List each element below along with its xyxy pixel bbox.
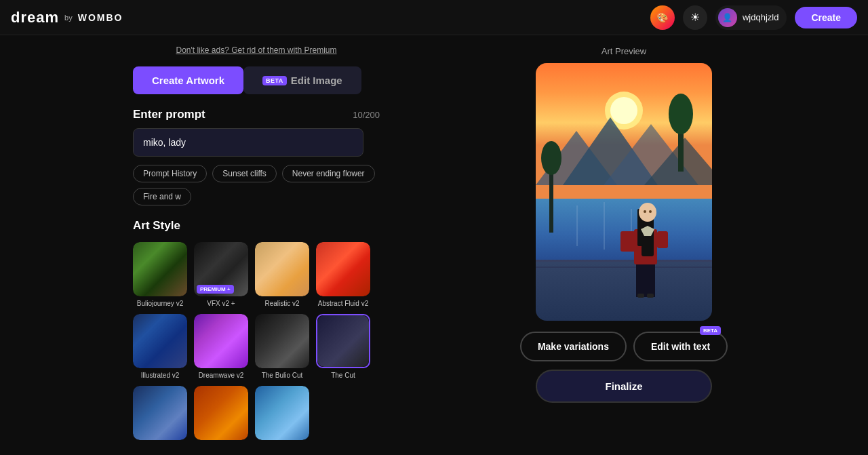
svg-rect-27 <box>647 294 654 298</box>
style-name-illustrated: Illustrated v2 <box>141 372 180 379</box>
style-item-dreamwave[interactable]: Dreamwave v2 <box>194 314 248 379</box>
style-item-vfx[interactable]: PREMIUM + VFX v2 + <box>194 242 248 307</box>
make-variations-button[interactable]: Make variations <box>520 332 627 361</box>
avatar[interactable]: 🎨 <box>650 5 675 30</box>
premium-badge-vfx: PREMIUM + <box>197 285 234 294</box>
action-buttons: Make variations BETA Edit with text <box>520 332 728 361</box>
preview-image <box>536 63 712 321</box>
svg-point-29 <box>541 141 561 175</box>
svg-rect-26 <box>637 294 644 298</box>
style-item-abstract[interactable]: Abstract Fluid v2 <box>316 242 370 307</box>
main-content: Don't like ads? Get rid of them with Pre… <box>0 35 868 455</box>
style-name-bulio-cut: The Bulio Cut <box>262 372 303 379</box>
logo-wombo: WOMBO <box>78 12 123 23</box>
user-avatar-icon: 👤 <box>718 8 737 27</box>
preview-svg <box>536 63 712 321</box>
style-thumb-vfx: PREMIUM + <box>194 242 248 296</box>
svg-rect-13 <box>536 260 712 321</box>
edit-with-text-beta: BETA <box>700 326 721 335</box>
style-name-vfx: VFX v2 + <box>207 300 235 307</box>
style-name-realistic: Realistic v2 <box>264 300 299 307</box>
svg-rect-11 <box>604 202 605 250</box>
style-thumb-dreamwave <box>194 314 248 368</box>
prompt-input[interactable] <box>133 128 363 157</box>
logo-dream: dream <box>11 9 59 26</box>
style-thumb-buliojourney <box>133 242 187 296</box>
svg-rect-19 <box>657 231 668 248</box>
logo-area: dream by WOMBO <box>11 9 123 26</box>
svg-rect-14 <box>536 260 712 262</box>
tab-edit-label: Edit Image <box>291 75 342 86</box>
style-thumb-partial2 <box>194 386 248 440</box>
svg-point-24 <box>649 210 652 213</box>
style-item-realistic[interactable]: Realistic v2 <box>255 242 309 307</box>
style-item-bulio-cut[interactable]: The Bulio Cut <box>255 314 309 379</box>
ad-banner: Don't like ads? Get rid of them with Pre… <box>133 35 380 66</box>
art-preview-label: Art Preview <box>601 46 646 56</box>
svg-rect-16 <box>636 260 655 297</box>
style-thumb-partial1 <box>133 386 187 440</box>
ad-text[interactable]: Don't like ads? Get rid of them with Pre… <box>176 45 336 55</box>
style-name-the-cut: The Cut <box>331 372 355 379</box>
chips-container: Prompt History Sunset cliffs Never endin… <box>133 165 380 205</box>
style-name-abstract: Abstract Fluid v2 <box>318 300 368 307</box>
svg-rect-15 <box>536 266 712 268</box>
svg-point-8 <box>669 94 693 134</box>
tab-edit-image[interactable]: BETA Edit Image <box>243 66 361 94</box>
style-thumb-partial3 <box>255 386 309 440</box>
svg-point-22 <box>639 203 656 222</box>
tabs: Create Artwork BETA Edit Image <box>133 66 380 94</box>
style-thumb-the-cut <box>316 314 370 368</box>
art-style-partial-grid <box>133 386 380 443</box>
chip-never-ending[interactable]: Never ending flower <box>282 165 375 182</box>
style-item-illustrated[interactable]: Illustrated v2 <box>133 314 187 379</box>
right-panel: Art Preview <box>380 35 868 455</box>
edit-with-text-label: Edit with text <box>651 341 710 352</box>
art-style-grid: Buliojourney v2 PREMIUM + VFX v2 + Reali… <box>133 242 380 379</box>
user-pill[interactable]: 👤 wjdqhjzld <box>715 5 787 30</box>
style-item-buliojourney[interactable]: Buliojourney v2 <box>133 242 187 307</box>
theme-toggle-button[interactable]: ☀ <box>683 5 707 30</box>
style-thumb-bulio-cut <box>255 314 309 368</box>
art-style-label: Art Style <box>133 219 380 233</box>
chip-sunset-cliffs[interactable]: Sunset cliffs <box>212 165 276 182</box>
svg-rect-18 <box>620 231 635 252</box>
style-thumb-realistic <box>255 242 309 296</box>
finalize-button[interactable]: Finalize <box>536 370 712 403</box>
tab-create-artwork[interactable]: Create Artwork <box>133 66 243 94</box>
header-create-button[interactable]: Create <box>795 7 857 28</box>
logo-by: by <box>64 14 73 22</box>
style-item-partial1[interactable] <box>133 386 187 443</box>
svg-point-2 <box>610 97 637 124</box>
style-thumb-illustrated <box>133 314 187 368</box>
svg-rect-10 <box>576 205 578 246</box>
style-item-partial3[interactable] <box>255 386 309 443</box>
style-item-the-cut[interactable]: The Cut <box>316 314 370 379</box>
style-item-partial2[interactable] <box>194 386 248 443</box>
header: dream by WOMBO 🎨 ☀ 👤 wjdqhjzld Create <box>0 0 868 35</box>
prompt-header: Enter prompt 10/200 <box>133 108 380 121</box>
chip-prompt-history[interactable]: Prompt History <box>133 165 207 182</box>
style-name-buliojourney: Buliojourney v2 <box>137 300 183 307</box>
prompt-label: Enter prompt <box>133 108 205 121</box>
prompt-count: 10/200 <box>353 110 380 120</box>
style-name-dreamwave: Dreamwave v2 <box>199 372 244 379</box>
chip-fire[interactable]: Fire and w <box>133 188 191 205</box>
style-thumb-abstract <box>316 242 370 296</box>
edit-with-text-button[interactable]: BETA Edit with text <box>633 332 728 361</box>
header-right: 🎨 ☀ 👤 wjdqhjzld Create <box>650 5 857 30</box>
edit-beta-badge: BETA <box>262 76 287 85</box>
user-name: wjdqhjzld <box>743 12 778 22</box>
svg-point-23 <box>644 210 646 213</box>
left-panel: Don't like ads? Get rid of them with Pre… <box>0 35 380 455</box>
